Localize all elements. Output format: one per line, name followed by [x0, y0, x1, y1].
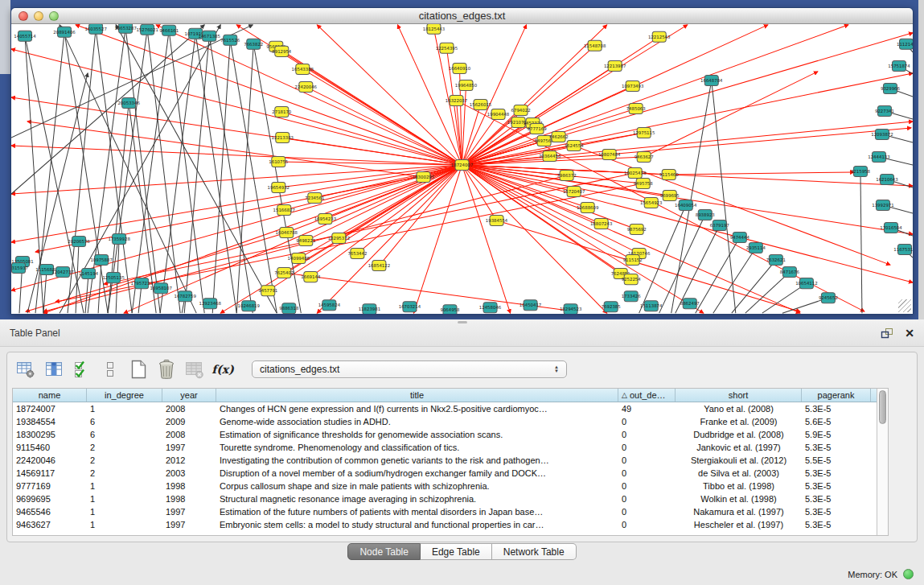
graph-node[interactable]: 9329966 — [881, 83, 901, 93]
new-document-icon[interactable] — [128, 359, 149, 380]
graph-node[interactable]: 16648784 — [700, 75, 723, 85]
graph-node[interactable]: 11823981 — [359, 304, 380, 314]
graph-node[interactable]: 18294523 — [560, 304, 581, 314]
graph-node[interactable]: 9252254 — [622, 274, 642, 285]
graph-node[interactable]: 9115152 — [623, 255, 643, 266]
graph-node[interactable]: 12212543 — [648, 31, 670, 42]
table-row[interactable]: 977716911998Corpus callosum shape and si… — [13, 480, 877, 492]
graph-node[interactable]: 9466161 — [159, 25, 179, 35]
graph-node[interactable]: 9495758 — [634, 179, 654, 189]
table-row[interactable]: 969969511998Structural magnetic resonanc… — [13, 492, 877, 505]
graph-node[interactable]: 10688609 — [577, 203, 599, 213]
tab-network-table[interactable]: Network Table — [492, 543, 577, 560]
table-row[interactable]: 2242004622012Investigating the contribut… — [13, 454, 877, 467]
graph-node[interactable]: 11675312 — [893, 245, 913, 255]
graph-node[interactable]: 9064958 — [440, 305, 460, 314]
column-header-pagerank[interactable]: pagerank — [802, 389, 871, 402]
graph-node[interactable]: 9227341 — [875, 105, 894, 116]
column-header-in-degree[interactable]: in_degree — [87, 389, 162, 402]
graph-node[interactable]: 9457791 — [258, 286, 277, 296]
float-panel-icon[interactable] — [881, 328, 893, 339]
network-graph[interactable]: 1872400795601238912954165433882242004627… — [11, 24, 913, 314]
graph-node[interactable]: 10450417 — [519, 300, 541, 311]
graph-node[interactable]: 8215958 — [851, 166, 871, 176]
function-builder-icon[interactable]: f(x) — [212, 359, 233, 380]
graph-node[interactable]: 7485063 — [626, 103, 646, 113]
graph-node[interactable]: 12444133 — [868, 151, 889, 162]
graph-node[interactable]: 7663822 — [244, 39, 263, 49]
tab-edge-table[interactable]: Edge Table — [421, 543, 492, 560]
column-header-short[interactable]: short — [676, 389, 802, 402]
graph-node[interactable]: 9886318 — [279, 303, 299, 314]
graph-node[interactable]: 15276021 — [136, 24, 158, 35]
window-resize-grip[interactable] — [898, 299, 911, 312]
graph-node[interactable]: 1112147 — [897, 39, 913, 49]
graph-node[interactable]: 15654923 — [640, 198, 662, 208]
table-row[interactable]: 1938455462009Genome-wide association stu… — [13, 415, 877, 428]
column-header-title[interactable]: title — [216, 389, 618, 402]
table-row[interactable]: 911546021997Tourette syndrome. Phenomeno… — [13, 441, 877, 454]
graph-node[interactable]: 16954233 — [314, 214, 336, 225]
close-panel-icon[interactable]: ✕ — [905, 328, 914, 339]
graph-node[interactable]: 9699695 — [660, 191, 680, 201]
graph-node[interactable]: 7653442 — [347, 249, 367, 259]
graph-node[interactable]: 10654112 — [795, 278, 817, 289]
graph-node[interactable]: 18125443 — [423, 24, 445, 34]
graph-node[interactable]: 2935114 — [746, 243, 766, 253]
graph-node[interactable]: 6379197 — [710, 220, 729, 231]
graph-node[interactable]: 2718170 — [272, 106, 292, 117]
delete-table-icon[interactable] — [184, 359, 205, 380]
close-window-button[interactable] — [18, 11, 28, 21]
graph-node[interactable]: 16782759 — [174, 291, 196, 302]
graph-node[interactable]: 6794022 — [511, 105, 531, 115]
graph-node[interactable]: 8862497 — [680, 299, 700, 309]
table-row[interactable]: 946362711997Embryonic stem cells: a mode… — [13, 518, 877, 531]
graph-node[interactable]: 10025438 — [624, 167, 647, 178]
table-select-dropdown[interactable]: citations_edges.txt ▲▼ — [252, 360, 567, 378]
minimize-window-button[interactable] — [34, 11, 43, 21]
graph-node[interactable]: 7986372 — [557, 171, 577, 181]
zoom-window-button[interactable] — [49, 11, 59, 21]
graph-node[interactable]: 9474444 — [730, 233, 750, 243]
graph-node[interactable]: 9777169 — [528, 123, 548, 134]
graph-node[interactable]: 17016504 — [880, 223, 902, 233]
graph-node[interactable]: 15166827 — [273, 205, 295, 216]
graph-node[interactable]: 10653287 — [114, 24, 136, 33]
network-window-titlebar[interactable]: citations_edges.txt — [11, 8, 913, 24]
graph-node[interactable]: 19654932 — [268, 183, 290, 193]
graph-node[interactable]: 16543388 — [292, 64, 314, 74]
table-row[interactable]: 1456911722003Disruption of a novel membe… — [13, 467, 877, 480]
graph-node[interactable]: 16210643 — [876, 175, 897, 185]
graph-node[interactable]: 17359928 — [108, 234, 130, 245]
graph-node[interactable]: 12093872 — [871, 129, 893, 139]
graph-node[interactable]: 14055714 — [14, 31, 36, 41]
delete-trash-icon[interactable] — [156, 359, 177, 380]
graph-node[interactable]: 15720407 — [563, 187, 585, 197]
graph-node[interactable]: 19384554 — [486, 216, 508, 226]
column-header-out-de-[interactable]: △out_de… — [618, 389, 676, 402]
graph-node[interactable]: 9875692 — [627, 225, 647, 235]
graph-node[interactable]: 15751874 — [888, 60, 910, 71]
graph-node[interactable]: 9245652 — [819, 293, 838, 303]
graph-node[interactable]: 9498221 — [296, 236, 315, 246]
network-canvas[interactable]: 1872400795601238912954165433882242004627… — [11, 24, 913, 314]
graph-node[interactable]: 12458046 — [479, 303, 502, 313]
graph-node[interactable]: 19964850 — [455, 80, 478, 90]
tab-node-table[interactable]: Node Table — [347, 543, 421, 560]
graph-node[interactable]: 16640910 — [449, 63, 471, 73]
graph-node[interactable]: 7615526 — [220, 35, 240, 45]
table-mode-icon[interactable] — [15, 359, 36, 380]
column-header-year[interactable]: year — [162, 389, 216, 402]
graph-node[interactable]: 16703214 — [399, 302, 421, 312]
show-columns-checklist-icon[interactable] — [72, 359, 92, 380]
row-height-icon[interactable] — [100, 359, 121, 380]
graph-node[interactable]: 12213383 — [272, 132, 294, 142]
graph-node[interactable]: 1733426 — [622, 291, 642, 302]
graph-node[interactable]: 7462662 — [549, 131, 569, 142]
graph-node[interactable]: 7625402 — [274, 268, 294, 278]
graph-node[interactable]: 7632621 — [766, 255, 786, 266]
graph-node[interactable]: 9315937 — [11, 263, 28, 274]
graph-node[interactable]: 8938923 — [696, 210, 715, 220]
graph-node[interactable]: 1145194 — [79, 269, 99, 279]
graph-node[interactable]: 11548708 — [584, 40, 606, 51]
